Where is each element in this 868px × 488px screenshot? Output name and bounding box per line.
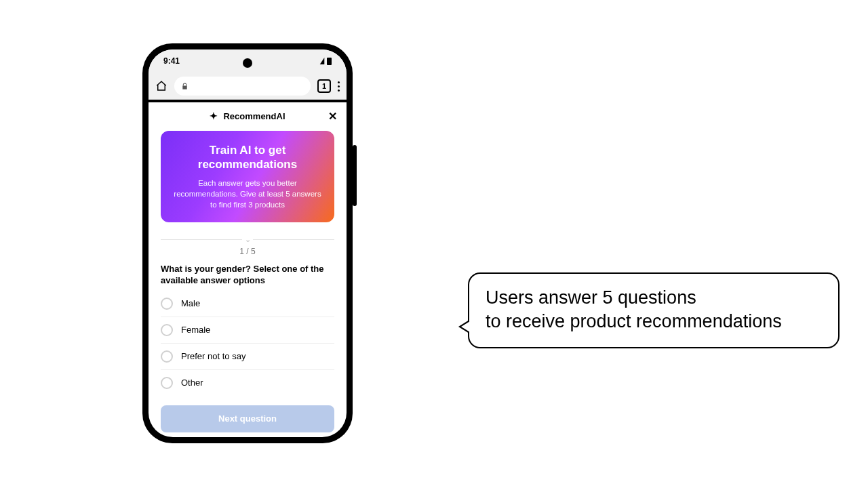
- tab-count[interactable]: 1: [317, 79, 331, 93]
- radio-icon: [161, 377, 173, 389]
- hero-banner: Train AI to get recommendations Each ans…: [161, 131, 334, 222]
- radio-icon: [161, 324, 173, 336]
- option-label: Other: [181, 378, 203, 388]
- hero-title: Train AI to get recommendations: [170, 143, 325, 172]
- browser-bar: 1: [149, 73, 347, 102]
- lock-icon: [181, 83, 189, 90]
- divider: ⌄: [161, 235, 334, 244]
- chevron-down-icon: ⌄: [242, 235, 253, 245]
- callout-line2: to receive product recommendations: [486, 310, 822, 333]
- status-time: 9:41: [163, 56, 180, 66]
- option-label: Male: [181, 298, 200, 308]
- status-right: [320, 58, 332, 65]
- phone-frame: 9:41 1 ✦ RecommendAI ✕: [142, 43, 353, 443]
- option-male[interactable]: Male: [161, 291, 334, 317]
- close-icon[interactable]: ✕: [328, 110, 337, 123]
- phone-screen: 9:41 1 ✦ RecommendAI ✕: [149, 49, 347, 437]
- option-female[interactable]: Female: [161, 317, 334, 344]
- home-icon[interactable]: [155, 80, 167, 92]
- hero-subtitle: Each answer gets you better recommendati…: [170, 178, 325, 210]
- option-label: Prefer not to say: [181, 351, 245, 361]
- option-label: Female: [181, 325, 210, 335]
- option-other[interactable]: Other: [161, 370, 334, 396]
- app-header: ✦ RecommendAI ✕: [149, 102, 347, 129]
- app-title: RecommendAI: [223, 111, 285, 121]
- question-text: What is your gender? Select one of the a…: [161, 263, 334, 287]
- option-prefer-not[interactable]: Prefer not to say: [161, 344, 334, 370]
- app-content: ✦ RecommendAI ✕ Train AI to get recommen…: [149, 102, 347, 432]
- address-bar[interactable]: [174, 77, 311, 96]
- signal-icon: [320, 58, 325, 64]
- battery-icon: [327, 58, 332, 65]
- more-menu-icon[interactable]: [338, 81, 340, 92]
- wand-icon: ✦: [210, 110, 218, 121]
- camera-notch: [243, 58, 252, 68]
- radio-icon: [161, 350, 173, 363]
- callout-line1: Users answer 5 questions: [486, 286, 822, 310]
- callout-bubble: Users answer 5 questions to receive prod…: [468, 272, 840, 348]
- options-list: Male Female Prefer not to say Other: [161, 291, 334, 396]
- radio-icon: [161, 298, 173, 310]
- next-question-button[interactable]: Next question: [161, 405, 334, 432]
- progress-counter: 1 / 5: [149, 247, 347, 256]
